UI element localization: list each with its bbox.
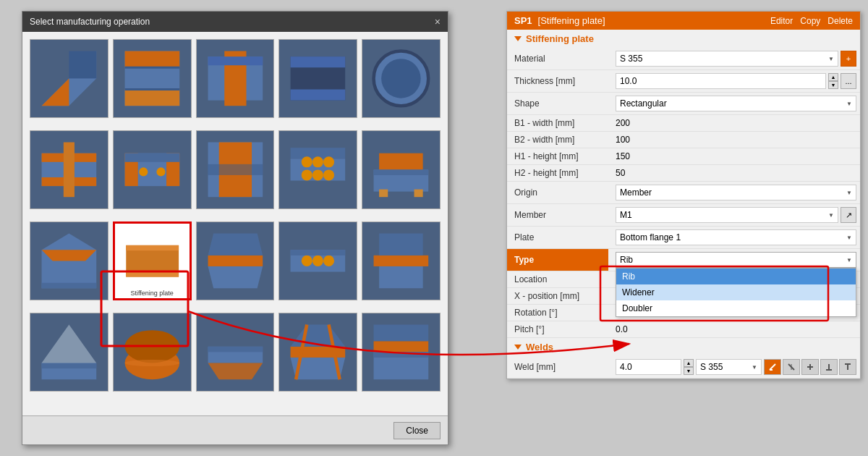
thickness-up[interactable]: ▲ [828,73,838,81]
thickness-label: Thickness [mm] [507,70,608,93]
svg-point-64 [124,330,179,363]
thumb-15[interactable] [362,221,441,300]
dialog-title: Select manufacturing operation [30,17,150,27]
panel-id: SP1 [514,15,532,26]
weld-icon-3[interactable] [801,359,819,375]
weld-spinner: ▲ ▼ [684,359,694,375]
welds-section-header[interactable]: Welds [507,338,860,356]
svg-rect-58 [379,266,423,288]
svg-rect-2 [69,51,96,79]
weld-icon-2[interactable] [783,359,800,375]
thumb-6[interactable] [30,130,109,209]
svg-rect-4 [124,51,179,68]
dialog-titlebar: Select manufacturing operation × [22,12,448,32]
origin-label: Origin [507,182,608,204]
thumb-9[interactable] [278,130,357,209]
thickness-value-cell: ▲ ▼ ... [608,70,860,93]
svg-point-37 [323,156,334,167]
svg-rect-57 [374,256,429,266]
h1-value[interactable]: 150 [608,148,860,165]
pitch-row: Pitch [°] 0.0 [507,321,860,338]
thumb-19[interactable] [278,313,357,392]
thumb-20[interactable] [362,313,441,392]
weld-icon-4[interactable] [820,359,838,375]
thumb-1[interactable] [30,39,109,118]
weld-value-cell: ▲ ▼ S 355 ▼ [608,356,860,379]
dialog-footer: Close [22,415,448,444]
thickness-input[interactable] [616,73,826,89]
svg-rect-69 [291,347,346,358]
shape-dropdown[interactable]: Rectangular ▼ [616,96,856,111]
thumb-14[interactable] [278,221,357,300]
plate-dropdown[interactable]: Bottom flange 1 ▼ [616,229,856,245]
svg-rect-41 [379,190,388,198]
editor-button[interactable]: Editor [770,16,793,26]
svg-rect-24 [124,153,179,162]
svg-rect-47 [126,245,179,250]
svg-point-53 [302,256,312,266]
delete-button[interactable]: Delete [827,16,853,26]
svg-marker-71 [291,325,346,347]
thumb-18[interactable] [196,313,275,392]
welds-collapse-icon [514,345,522,350]
thumb-8[interactable] [196,130,275,209]
shape-label: Shape [507,93,608,115]
shape-value-cell: Rectangular ▼ [608,93,860,115]
origin-dropdown[interactable]: Member ▼ [616,185,856,200]
thumb-11[interactable] [30,221,109,300]
thumb-7[interactable] [113,130,192,209]
svg-rect-56 [291,250,346,256]
b1-value[interactable]: 200 [608,115,860,132]
weld-up[interactable]: ▲ [684,359,694,367]
svg-rect-39 [379,153,423,170]
h1-row: H1 - height [mm] 150 [507,148,860,165]
pitch-value[interactable]: 0.0 [608,321,860,338]
weld-down[interactable]: ▼ [684,367,694,375]
thumb-16[interactable] [30,313,109,392]
collapse-icon [514,36,522,41]
thumb-3[interactable] [196,39,275,118]
thumb-17[interactable] [113,313,192,392]
svg-rect-20 [64,143,75,198]
thickness-down[interactable]: ▼ [828,81,838,89]
b2-value[interactable]: 100 [608,132,860,148]
thumb-stiffening-plate[interactable]: Stiffening plate [113,221,192,300]
h2-value[interactable]: 50 [608,165,860,182]
svg-rect-49 [208,256,263,266]
dialog-close-button[interactable]: × [435,16,441,28]
weld-input[interactable] [616,359,681,375]
material-add-button[interactable]: + [841,51,856,67]
stiffening-section-header[interactable]: Stiffening plate [507,30,860,48]
thumb-13[interactable] [196,221,275,300]
stiffening-section-label: Stiffening plate [526,33,594,44]
material-dropdown[interactable]: S 355 ▼ [616,51,838,67]
plate-value-cell: Bottom flange 1 ▼ [608,227,860,249]
rotation-label: Rotation [°] [507,305,608,321]
type-value-cell: Rib ▼ Rib Widener Doubler [608,249,860,271]
thumb-5[interactable] [362,39,441,118]
svg-marker-67 [208,363,263,380]
b2-row: B2 - width [mm] 100 [507,132,860,148]
weld-icon-5[interactable] [839,359,856,375]
thumb-10[interactable] [362,130,441,209]
type-option-doubler[interactable]: Doubler [616,300,856,316]
h2-label: H2 - height [mm] [507,165,608,182]
type-option-rib[interactable]: Rib [616,269,856,284]
type-option-widener[interactable]: Widener [616,284,856,300]
type-dropdown[interactable]: Rib ▼ [616,252,856,268]
member-pick-button[interactable]: ↗ [841,207,856,223]
thumb-4[interactable] [278,39,357,118]
thickness-more-button[interactable]: ... [841,73,856,89]
copy-button[interactable]: Copy [800,16,820,26]
svg-point-34 [323,169,334,180]
close-button[interactable]: Close [393,422,441,439]
properties-table: Material S 355 ▼ + Thickness [mm] ▲ [507,48,860,338]
thumb-2[interactable] [113,39,192,118]
svg-point-25 [139,167,148,176]
svg-rect-59 [379,234,423,256]
weld-material-dropdown[interactable]: S 355 ▼ [696,359,762,375]
member-dropdown[interactable]: M1 ▼ [616,207,838,223]
weld-icon-1[interactable] [764,359,781,375]
plate-label: Plate [507,227,608,249]
thickness-row: Thickness [mm] ▲ ▼ ... [507,70,860,93]
